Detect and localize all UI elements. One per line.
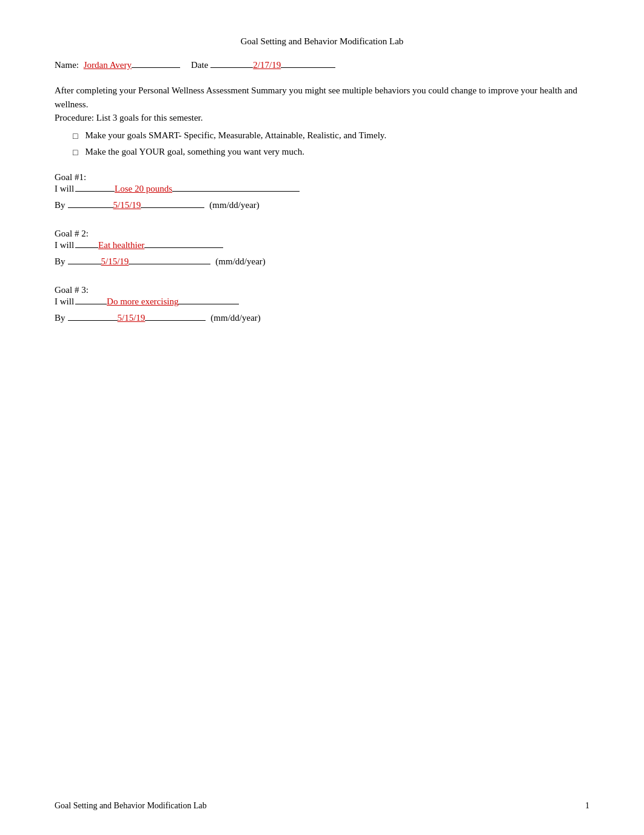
footer-page-number: 1 [585,801,589,811]
intro-paragraph: After completing your Personal Wellness … [55,84,589,125]
goal-2-blank-after [144,247,223,248]
page: Goal Setting and Behavior Modification L… [0,0,644,835]
goal-2-by-blank-before [68,264,101,264]
bullet-item-1: □ Make your goals SMART- Specific, Measu… [73,129,589,143]
header-title: Goal Setting and Behavior Modification L… [241,36,404,46]
goal-3-value: Do more exercising [107,297,178,307]
goal-1-value: Lose 20 pounds [115,184,172,194]
bullet-item-2: □ Make the goal YOUR goal, something you… [73,145,589,159]
goal-2-mm-dd-year: (mm/dd/year) [215,257,265,267]
goal-3-blank-after [178,304,239,304]
goal-2-section: Goal # 2: I will Eat healthier By 5/15/1… [55,229,589,267]
goal-2-by-blank-after [129,264,210,264]
goal-1-by-text: By [55,200,65,210]
goal-2-blank-before [75,247,98,248]
page-footer: Goal Setting and Behavior Modification L… [55,801,589,811]
date-underline-after [281,67,335,68]
name-date-row: Name: Jordan Avery Date 2/17/19 [55,60,589,70]
goal-1-i-will-text: I will [55,184,74,194]
goal-2-i-will-row: I will Eat healthier [55,240,589,250]
bullet-char-1: □ [73,130,78,143]
goal-2-value: Eat healthier [98,240,144,250]
name-value: Jordan Avery [84,60,132,70]
goal-1-by-blank-before [68,207,113,208]
bullet-text-2: Make the goal YOUR goal, something you w… [85,145,304,159]
goal-1-blank-before [75,191,115,192]
goal-1-by-blank-after [141,207,204,208]
goal-3-blank-before [75,304,107,304]
goal-3-by-date: 5/15/19 [118,313,146,323]
goal-1-label: Goal #1: [55,172,589,183]
bullet-list: □ Make your goals SMART- Specific, Measu… [73,129,589,159]
goal-3-by-blank-after [145,320,206,321]
intro-section: After completing your Personal Wellness … [55,84,589,159]
goal-3-by-row: By 5/15/19 (mm/dd/year) [55,313,589,323]
goal-2-by-date: 5/15/19 [101,257,129,267]
goal-2-label: Goal # 2: [55,229,589,239]
goal-2-by-row: By 5/15/19 (mm/dd/year) [55,257,589,267]
name-label: Name: [55,60,79,70]
goal-3-by-blank-before [68,320,118,321]
goal-1-by-row: By 5/15/19 (mm/dd/year) [55,200,589,210]
goal-2-by-text: By [55,257,65,267]
goal-3-by-text: By [55,313,65,323]
goal-1-mm-dd-year: (mm/dd/year) [209,200,259,210]
page-title: Goal Setting and Behavior Modification L… [55,36,589,47]
goal-3-section: Goal # 3: I will Do more exercising By 5… [55,285,589,323]
goal-3-label: Goal # 3: [55,285,589,295]
date-underline-before [210,67,253,68]
goal-3-i-will-text: I will [55,297,74,307]
name-underline [132,67,180,68]
goal-1-section: Goal #1: I will Lose 20 pounds By 5/15/1… [55,172,589,210]
footer-left-text: Goal Setting and Behavior Modification L… [55,801,207,811]
goal-1-by-date: 5/15/19 [113,200,141,210]
goal-1-i-will-row: I will Lose 20 pounds [55,184,589,194]
intro-procedure: Procedure: List 3 goals for this semeste… [55,113,203,122]
intro-paragraph-text: After completing your Personal Wellness … [55,86,577,109]
goal-3-mm-dd-year: (mm/dd/year) [210,313,260,323]
goal-3-i-will-row: I will Do more exercising [55,297,589,307]
goal-2-i-will-text: I will [55,240,74,250]
bullet-char-2: □ [73,146,78,159]
date-value: 2/17/19 [253,60,281,70]
bullet-text-1: Make your goals SMART- Specific, Measura… [85,129,386,143]
date-label: Date [191,60,208,70]
goal-1-blank-after [172,191,300,192]
